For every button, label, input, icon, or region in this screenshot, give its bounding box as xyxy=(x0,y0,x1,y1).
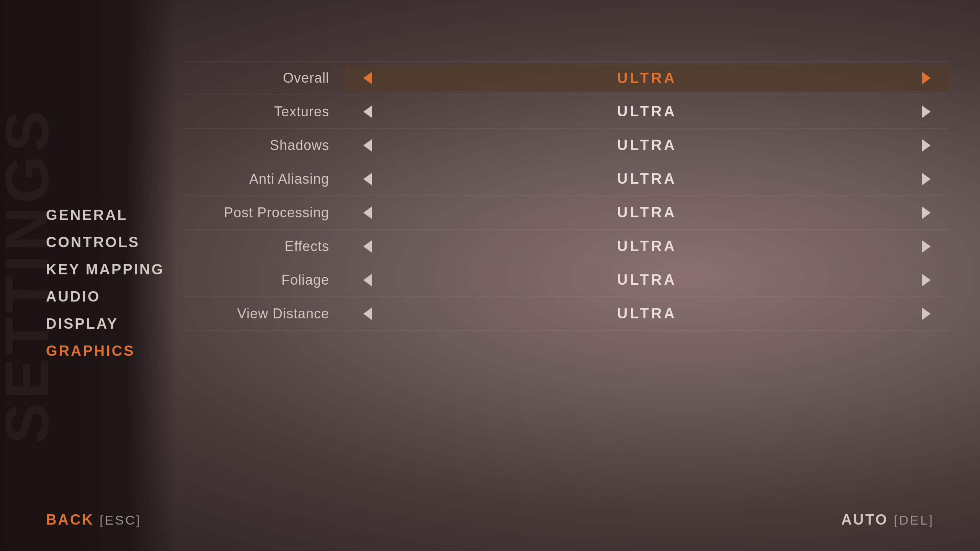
setting-label-post-processing: Post Processing xyxy=(184,205,345,221)
view-distance-value: ULTRA xyxy=(379,305,915,322)
effects-value: ULTRA xyxy=(379,238,915,254)
chevron-left-icon xyxy=(363,308,372,320)
chevron-right-icon xyxy=(922,308,931,320)
setting-control-shadows: ULTRA xyxy=(345,132,949,159)
chevron-left-icon xyxy=(363,106,372,118)
overall-next-button[interactable] xyxy=(915,72,938,84)
back-label: BACK xyxy=(46,512,94,528)
chevron-left-icon xyxy=(363,274,372,286)
setting-label-shadows: Shadows xyxy=(184,137,345,153)
setting-label-effects: Effects xyxy=(184,238,345,254)
setting-row-anti-aliasing: Anti Aliasing ULTRA xyxy=(184,162,949,196)
chevron-right-icon xyxy=(922,274,931,286)
setting-control-view-distance: ULTRA xyxy=(345,300,949,327)
effects-prev-button[interactable] xyxy=(356,240,379,253)
nav-menu: GENERAL CONTROLS KEY MAPPING AUDIO DISPL… xyxy=(46,207,164,359)
shadows-value: ULTRA xyxy=(379,137,915,153)
setting-control-textures: ULTRA xyxy=(345,98,949,125)
auto-button[interactable]: AUTO [del] xyxy=(841,512,934,528)
sidebar-item-graphics[interactable]: GRAPHICS xyxy=(46,343,164,359)
foliage-prev-button[interactable] xyxy=(356,274,379,286)
overall-prev-button[interactable] xyxy=(356,72,379,84)
back-key-hint: [esc] xyxy=(100,513,141,527)
setting-control-foliage: ULTRA xyxy=(345,267,949,293)
setting-control-effects: ULTRA xyxy=(345,233,949,260)
shadows-prev-button[interactable] xyxy=(356,139,379,152)
chevron-right-icon xyxy=(922,240,931,253)
setting-control-anti-aliasing: ULTRA xyxy=(345,166,949,192)
sidebar-item-controls[interactable]: CONTROLS xyxy=(46,234,164,251)
anti-aliasing-prev-button[interactable] xyxy=(356,173,379,185)
setting-row-shadows: Shadows ULTRA xyxy=(184,129,949,162)
chevron-left-icon xyxy=(363,240,372,253)
chevron-right-icon xyxy=(922,173,931,185)
auto-label: AUTO xyxy=(841,512,888,528)
anti-aliasing-next-button[interactable] xyxy=(915,173,938,185)
anti-aliasing-value: ULTRA xyxy=(379,171,915,187)
graphics-settings-panel: Overall ULTRA Textures ULTRA Shadows xyxy=(184,61,949,505)
setting-label-foliage: Foliage xyxy=(184,272,345,288)
chevron-right-icon xyxy=(922,72,931,84)
chevron-right-icon xyxy=(922,207,931,219)
setting-row-overall: Overall ULTRA xyxy=(184,61,949,95)
setting-row-post-processing: Post Processing ULTRA xyxy=(184,196,949,230)
post-processing-value: ULTRA xyxy=(379,204,915,221)
back-button[interactable]: BACK [esc] xyxy=(46,512,141,528)
auto-key-hint: [del] xyxy=(894,513,934,527)
foliage-next-button[interactable] xyxy=(915,274,938,286)
setting-control-overall: ULTRA xyxy=(345,65,949,91)
setting-label-view-distance: View Distance xyxy=(184,306,345,322)
foliage-value: ULTRA xyxy=(379,272,915,288)
sidebar-item-key-mapping[interactable]: KEY MAPPING xyxy=(46,261,164,278)
sidebar-item-audio[interactable]: AUDIO xyxy=(46,289,164,305)
chevron-left-icon xyxy=(363,139,372,152)
sidebar-item-display[interactable]: DISPLAY xyxy=(46,316,164,332)
setting-row-view-distance: View Distance ULTRA xyxy=(184,297,949,331)
chevron-left-icon xyxy=(363,173,372,185)
view-distance-next-button[interactable] xyxy=(915,308,938,320)
setting-label-overall: Overall xyxy=(184,70,345,86)
setting-label-textures: Textures xyxy=(184,104,345,120)
post-processing-next-button[interactable] xyxy=(915,207,938,219)
setting-row-textures: Textures ULTRA xyxy=(184,95,949,129)
setting-row-effects: Effects ULTRA xyxy=(184,230,949,263)
setting-control-post-processing: ULTRA xyxy=(345,199,949,226)
chevron-left-icon xyxy=(363,72,372,84)
setting-label-anti-aliasing: Anti Aliasing xyxy=(184,171,345,187)
textures-next-button[interactable] xyxy=(915,106,938,118)
effects-next-button[interactable] xyxy=(915,240,938,253)
shadows-next-button[interactable] xyxy=(915,139,938,152)
textures-value: ULTRA xyxy=(379,103,915,120)
textures-prev-button[interactable] xyxy=(356,106,379,118)
view-distance-prev-button[interactable] xyxy=(356,308,379,320)
chevron-right-icon xyxy=(922,106,931,118)
chevron-right-icon xyxy=(922,139,931,152)
overall-value: ULTRA xyxy=(379,70,915,86)
post-processing-prev-button[interactable] xyxy=(356,207,379,219)
chevron-left-icon xyxy=(363,207,372,219)
setting-row-foliage: Foliage ULTRA xyxy=(184,263,949,297)
sidebar-item-general[interactable]: GENERAL xyxy=(46,207,164,223)
